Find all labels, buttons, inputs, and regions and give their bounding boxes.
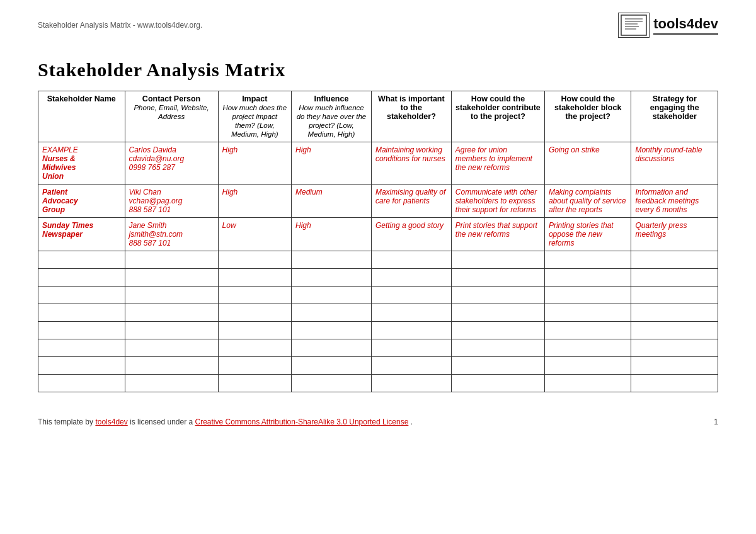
stakeholder-matrix: Stakeholder Name Contact Person Phone, E… bbox=[38, 91, 718, 392]
col-header-block: How could the stakeholder block the proj… bbox=[544, 91, 631, 142]
table-row: PatientAdvocacyGroup Viki Chanvchan@pag.… bbox=[38, 185, 718, 218]
important-value: Getting a good story bbox=[371, 218, 451, 251]
license-link[interactable]: Creative Commons Attribution-ShareAlike … bbox=[195, 418, 409, 426]
important-value: Maximising quality of care for patients bbox=[371, 185, 451, 218]
top-bar: Stakeholder Analysis Matrix - www.tools4… bbox=[38, 0, 718, 44]
strategy-value: Information and feedback meetings every … bbox=[631, 185, 718, 218]
impact-value: High bbox=[218, 185, 291, 218]
table-row bbox=[38, 304, 718, 322]
col-header-stakeholder: Stakeholder Name bbox=[38, 91, 125, 142]
page-number: 1 bbox=[714, 418, 718, 426]
contact-person: Jane Smithjsmith@stn.com888 587 101 bbox=[125, 218, 218, 251]
table-row bbox=[38, 287, 718, 304]
table-row: Sunday TimesNewspaper Jane Smithjsmith@s… bbox=[38, 218, 718, 251]
header-row: Stakeholder Name Contact Person Phone, E… bbox=[38, 91, 718, 142]
strategy-value: Monthly round-table discussions bbox=[631, 142, 718, 185]
contact-person: Carlos Davidacdavida@nu.org0998 765 287 bbox=[125, 142, 218, 185]
stakeholder-name: Sunday TimesNewspaper bbox=[38, 218, 125, 251]
footer-text: This template by tools4dev is licensed u… bbox=[38, 418, 413, 426]
table-row: EXAMPLENurses &MidwivesUnion Carlos Davi… bbox=[38, 142, 718, 185]
logo-icon bbox=[618, 13, 650, 38]
block-value: Printing stories that oppose the new ref… bbox=[544, 218, 631, 251]
contribute-value: Agree for union members to implement the… bbox=[451, 142, 544, 185]
svg-rect-0 bbox=[621, 15, 646, 35]
impact-value: Low bbox=[218, 218, 291, 251]
important-value: Maintaining working conditions for nurse… bbox=[371, 142, 451, 185]
influence-value: High bbox=[291, 142, 371, 185]
stakeholder-name: PatientAdvocacyGroup bbox=[38, 185, 125, 218]
logo-text: tools4dev bbox=[653, 16, 718, 35]
logo-area: tools4dev bbox=[618, 13, 718, 38]
table-row bbox=[38, 251, 718, 269]
stakeholder-name: EXAMPLENurses &MidwivesUnion bbox=[38, 142, 125, 185]
col-header-strategy: Strategy for engaging the stakeholder bbox=[631, 91, 718, 142]
strategy-value: Quarterly press meetings bbox=[631, 218, 718, 251]
col-header-influence: Influence How much influence do they hav… bbox=[291, 91, 371, 142]
footer: This template by tools4dev is licensed u… bbox=[38, 418, 718, 426]
influence-value: High bbox=[291, 218, 371, 251]
table-row bbox=[38, 375, 718, 392]
tools4dev-link[interactable]: tools4dev bbox=[95, 418, 127, 426]
contribute-value: Print stories that support the new refor… bbox=[451, 218, 544, 251]
subtitle: Stakeholder Analysis Matrix - www.tools4… bbox=[38, 21, 202, 30]
impact-value: High bbox=[218, 142, 291, 185]
table-row bbox=[38, 357, 718, 375]
main-title: Stakeholder Analysis Matrix bbox=[38, 59, 718, 81]
table-row bbox=[38, 339, 718, 357]
col-header-contribute: How could the stakeholder contribute to … bbox=[451, 91, 544, 142]
influence-value: Medium bbox=[291, 185, 371, 218]
contribute-value: Communicate with other stakeholders to e… bbox=[451, 185, 544, 218]
contact-person: Viki Chanvchan@pag.org888 587 101 bbox=[125, 185, 218, 218]
table-row bbox=[38, 322, 718, 339]
table-row bbox=[38, 269, 718, 287]
col-header-important: What is important to the stakeholder? bbox=[371, 91, 451, 142]
col-header-contact: Contact Person Phone, Email, Website, Ad… bbox=[125, 91, 218, 142]
block-value: Going on strike bbox=[544, 142, 631, 185]
col-header-impact: Impact How much does the project impact … bbox=[218, 91, 291, 142]
block-value: Making complaints about quality of servi… bbox=[544, 185, 631, 218]
